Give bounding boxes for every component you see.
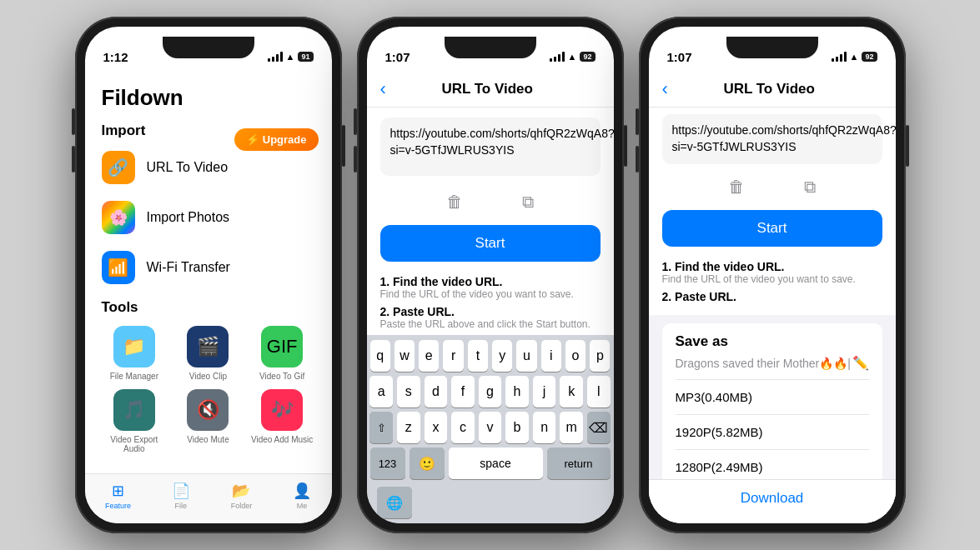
key-d[interactable]: d — [425, 376, 448, 408]
key-w[interactable]: w — [395, 340, 415, 372]
phone-screen-1: 1:12 ▲ 91 Fildown — [85, 27, 332, 523]
file-manager-icon: 📁 — [113, 326, 155, 368]
key-z[interactable]: z — [397, 412, 420, 443]
status-time-2: 1:07 — [385, 50, 410, 64]
kb-row-3: ⇧ z x c v b n m ⌫ — [370, 412, 611, 443]
phone-body-2: 1:07 ▲ 92 ‹ URL — [357, 17, 624, 533]
wifi-transfer-label: Wi-Fi Transfer — [147, 260, 230, 275]
key-m[interactable]: m — [560, 412, 583, 443]
tab-file-icon: 📄 — [172, 482, 190, 500]
key-b[interactable]: b — [505, 412, 529, 443]
video-music-icon: 🎶 — [261, 389, 303, 431]
key-o[interactable]: o — [565, 340, 585, 372]
key-j[interactable]: j — [533, 376, 556, 408]
wifi-icon-3: ▲ — [850, 52, 859, 62]
key-space[interactable]: space — [449, 448, 543, 479]
back-button-3[interactable]: ‹ — [662, 78, 668, 100]
edit-filename-icon[interactable]: ✏️ — [852, 355, 869, 371]
key-x[interactable]: x — [425, 412, 448, 443]
key-123[interactable]: 123 — [370, 448, 405, 479]
url-title-3: URL To Video — [676, 81, 862, 98]
menu-item-photos[interactable]: 🌸 Import Photos — [85, 192, 332, 242]
url-text-2: https://youtube.com/shorts/qhfQR2zWqA8?s… — [390, 126, 591, 158]
key-backspace[interactable]: ⌫ — [587, 412, 611, 443]
tool-video-export[interactable]: 🎵 Video Export Audio — [102, 389, 168, 453]
key-f[interactable]: f — [451, 376, 475, 408]
key-p[interactable]: p — [590, 340, 610, 372]
notch-3 — [726, 37, 818, 58]
tool-video-music[interactable]: 🎶 Video Add Music — [249, 389, 315, 453]
key-c[interactable]: c — [451, 412, 475, 443]
start-button-2[interactable]: Start — [380, 225, 601, 262]
tool-video-clip[interactable]: 🎬 Video Clip — [175, 326, 241, 381]
key-h[interactable]: h — [505, 376, 529, 408]
phone-1: 1:12 ▲ 91 Fildown — [75, 17, 342, 533]
key-u[interactable]: u — [516, 340, 536, 372]
import-photos-icon: 🌸 — [102, 201, 135, 234]
delete-icon-2[interactable]: 🗑 — [446, 192, 463, 212]
key-s[interactable]: s — [397, 376, 420, 408]
format-1920p[interactable]: 1920P(5.82MB) — [676, 415, 869, 449]
tab-folder-icon: 📂 — [232, 482, 250, 500]
key-k[interactable]: k — [560, 376, 583, 408]
screen-content-3: ‹ URL To Video https://youtube.com/short… — [649, 72, 896, 523]
key-t[interactable]: t — [468, 340, 488, 372]
url-input-area-2[interactable]: https://youtube.com/shorts/qhfQR2zWqA8?s… — [380, 118, 601, 176]
upgrade-button[interactable]: ⚡ Upgrade — [234, 128, 318, 151]
download-button[interactable]: Download — [649, 479, 896, 523]
tool-file-manager[interactable]: 📁 File Manager — [102, 326, 168, 381]
key-globe[interactable]: 🌐 — [377, 487, 412, 518]
key-n[interactable]: n — [533, 412, 556, 443]
app-title: Fildown — [85, 77, 332, 116]
key-shift[interactable]: ⇧ — [369, 412, 393, 443]
kb-row-1: q w e r t y u i o p — [370, 340, 611, 372]
key-y[interactable]: y — [492, 340, 512, 372]
screen-content-1: Fildown ⚡ Upgrade Import 🔗 URL To Video … — [85, 72, 332, 523]
back-button-2[interactable]: ‹ — [380, 78, 386, 100]
tab-folder[interactable]: 📂 Folder — [231, 482, 253, 510]
signal-bars-3 — [832, 52, 847, 62]
key-v[interactable]: v — [479, 412, 502, 443]
file-manager-label: File Manager — [110, 372, 158, 381]
status-icons-2: ▲ 92 — [550, 52, 596, 62]
key-e[interactable]: e — [419, 340, 439, 372]
instructions-3: 1. Find the video URL. Find the URL of t… — [649, 253, 896, 315]
tools-section-header: Tools — [85, 292, 332, 319]
key-emoji[interactable]: 🙂 — [410, 448, 445, 479]
key-i[interactable]: i — [541, 340, 561, 372]
key-a[interactable]: a — [369, 376, 393, 408]
key-r[interactable]: r — [443, 340, 463, 372]
key-l[interactable]: l — [587, 376, 611, 408]
screen-content-2: ‹ URL To Video https://youtube.com/short… — [367, 72, 614, 523]
url-input-area-3[interactable]: https://youtube.com/shorts/qhfQR2zWqA8?s… — [662, 114, 882, 164]
format-mp3[interactable]: MP3(0.40MB) — [676, 380, 869, 414]
video-gif-icon: GIF — [261, 326, 303, 368]
notch-1 — [163, 37, 254, 58]
status-badge-2: 92 — [580, 52, 595, 62]
start-button-3[interactable]: Start — [662, 210, 882, 247]
tab-feature-label: Feature — [105, 502, 131, 510]
tool-video-mute[interactable]: 🔇 Video Mute — [175, 389, 241, 453]
tab-me[interactable]: 👤 Me — [293, 482, 311, 510]
step-1: 1. Find the video URL. Find the URL of t… — [380, 275, 601, 300]
p3-step-1-title: 1. Find the video URL. — [662, 260, 882, 273]
status-time-3: 1:07 — [667, 50, 692, 64]
key-q[interactable]: q — [370, 340, 390, 372]
tab-feature[interactable]: ⊞ Feature — [105, 482, 131, 510]
tab-file[interactable]: 📄 File — [172, 482, 190, 510]
step-1-title: 1. Find the video URL. — [380, 275, 601, 288]
save-as-title: Save as — [676, 333, 869, 350]
video-clip-icon: 🎬 — [187, 326, 229, 368]
video-export-icon: 🎵 — [113, 389, 155, 431]
tool-video-gif[interactable]: GIF Video To Gif — [249, 326, 315, 381]
delete-icon-3[interactable]: 🗑 — [728, 178, 745, 197]
key-return[interactable]: return — [547, 448, 611, 479]
video-mute-label: Video Mute — [187, 435, 229, 444]
copy-icon-2[interactable]: ⧉ — [522, 192, 534, 212]
url-title-2: URL To Video — [395, 81, 580, 98]
copy-icon-3[interactable]: ⧉ — [804, 178, 816, 197]
tools-grid: 📁 File Manager 🎬 Video Clip GIF Video To… — [85, 319, 332, 460]
url-actions-3: 🗑 ⧉ — [649, 171, 896, 203]
key-g[interactable]: g — [479, 376, 502, 408]
menu-item-wifi[interactable]: 📶 Wi-Fi Transfer — [85, 242, 332, 292]
